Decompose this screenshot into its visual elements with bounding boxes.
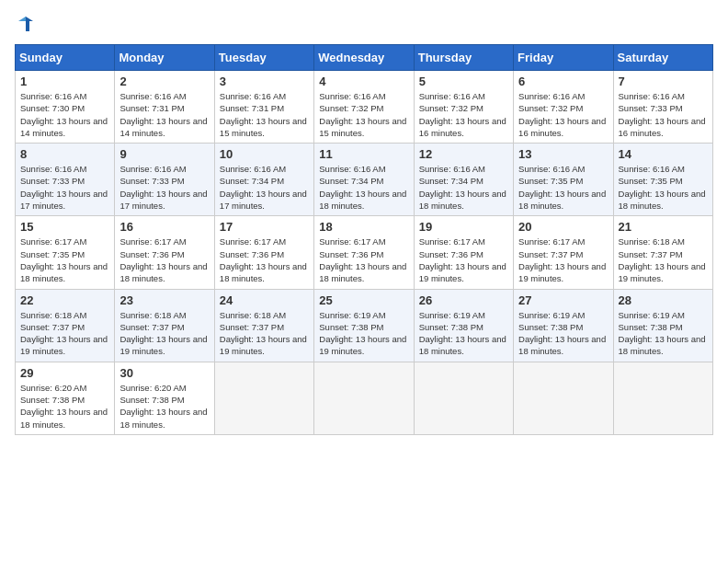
day-detail: Sunrise: 6:17 AM Sunset: 7:36 PM Dayligh…	[319, 236, 408, 284]
col-saturday: Saturday	[613, 45, 712, 71]
table-row: 7 Sunrise: 6:16 AM Sunset: 7:33 PM Dayli…	[613, 71, 712, 144]
day-number: 1	[20, 75, 109, 88]
day-detail: Sunrise: 6:19 AM Sunset: 7:38 PM Dayligh…	[319, 309, 408, 358]
day-number: 16	[119, 220, 209, 234]
day-detail: Sunrise: 6:20 AM Sunset: 7:38 PM Dayligh…	[119, 382, 209, 431]
day-number: 10	[220, 147, 309, 161]
table-row: 23 Sunrise: 6:18 AM Sunset: 7:37 PM Dayl…	[115, 289, 214, 362]
day-detail: Sunrise: 6:18 AM Sunset: 7:37 PM Dayligh…	[20, 309, 109, 358]
table-row: 5 Sunrise: 6:16 AM Sunset: 7:32 PM Dayli…	[414, 71, 513, 144]
day-detail: Sunrise: 6:17 AM Sunset: 7:37 PM Dayligh…	[518, 236, 608, 284]
calendar-week-row: 29 Sunrise: 6:20 AM Sunset: 7:38 PM Dayl…	[16, 362, 713, 434]
day-detail: Sunrise: 6:16 AM Sunset: 7:30 PM Dayligh…	[20, 90, 109, 139]
day-detail: Sunrise: 6:16 AM Sunset: 7:33 PM Dayligh…	[619, 90, 708, 139]
day-detail: Sunrise: 6:16 AM Sunset: 7:33 PM Dayligh…	[119, 163, 209, 212]
table-row: 30 Sunrise: 6:20 AM Sunset: 7:38 PM Dayl…	[115, 362, 214, 434]
table-row: 12 Sunrise: 6:16 AM Sunset: 7:34 PM Dayl…	[414, 144, 513, 216]
table-row: 10 Sunrise: 6:16 AM Sunset: 7:34 PM Dayl…	[214, 144, 313, 216]
logo-flag-icon	[17, 15, 35, 33]
table-row: 1 Sunrise: 6:16 AM Sunset: 7:30 PM Dayli…	[16, 71, 115, 144]
day-number: 4	[319, 75, 408, 88]
table-row: 21 Sunrise: 6:18 AM Sunset: 7:37 PM Dayl…	[613, 216, 712, 289]
day-detail: Sunrise: 6:19 AM Sunset: 7:38 PM Dayligh…	[619, 309, 708, 358]
logo	[15, 15, 35, 33]
day-number: 13	[518, 147, 608, 161]
day-number: 30	[119, 366, 209, 380]
day-number: 26	[419, 293, 508, 307]
page-header	[15, 15, 713, 33]
day-number: 29	[20, 366, 109, 380]
day-number: 27	[518, 293, 608, 307]
day-detail: Sunrise: 6:16 AM Sunset: 7:32 PM Dayligh…	[419, 90, 508, 139]
col-thursday: Thursday	[414, 45, 513, 71]
col-tuesday: Tuesday	[214, 45, 313, 71]
calendar-week-row: 15 Sunrise: 6:17 AM Sunset: 7:35 PM Dayl…	[16, 216, 713, 289]
day-number: 25	[319, 293, 408, 307]
day-detail: Sunrise: 6:16 AM Sunset: 7:32 PM Dayligh…	[518, 90, 608, 139]
day-detail: Sunrise: 6:16 AM Sunset: 7:34 PM Dayligh…	[319, 163, 408, 212]
day-number: 2	[119, 75, 209, 88]
table-row: 26 Sunrise: 6:19 AM Sunset: 7:38 PM Dayl…	[414, 289, 513, 362]
day-number: 23	[119, 293, 209, 307]
day-number: 21	[619, 220, 708, 234]
day-detail: Sunrise: 6:18 AM Sunset: 7:37 PM Dayligh…	[220, 309, 309, 358]
day-number: 20	[518, 220, 608, 234]
table-row	[314, 362, 414, 434]
day-detail: Sunrise: 6:18 AM Sunset: 7:37 PM Dayligh…	[619, 236, 708, 284]
day-number: 11	[319, 147, 408, 161]
table-row: 29 Sunrise: 6:20 AM Sunset: 7:38 PM Dayl…	[16, 362, 115, 434]
table-row	[514, 362, 613, 434]
table-row: 27 Sunrise: 6:19 AM Sunset: 7:38 PM Dayl…	[514, 289, 613, 362]
table-row	[414, 362, 513, 434]
day-detail: Sunrise: 6:16 AM Sunset: 7:34 PM Dayligh…	[419, 163, 508, 212]
day-number: 18	[319, 220, 408, 234]
day-number: 12	[419, 147, 508, 161]
day-number: 3	[220, 75, 309, 88]
table-row: 19 Sunrise: 6:17 AM Sunset: 7:36 PM Dayl…	[414, 216, 513, 289]
day-number: 15	[20, 220, 109, 234]
day-detail: Sunrise: 6:19 AM Sunset: 7:38 PM Dayligh…	[419, 309, 508, 358]
day-number: 14	[619, 147, 708, 161]
table-row: 28 Sunrise: 6:19 AM Sunset: 7:38 PM Dayl…	[613, 289, 712, 362]
col-friday: Friday	[514, 45, 613, 71]
col-sunday: Sunday	[16, 45, 115, 71]
table-row: 9 Sunrise: 6:16 AM Sunset: 7:33 PM Dayli…	[115, 144, 214, 216]
table-row: 13 Sunrise: 6:16 AM Sunset: 7:35 PM Dayl…	[514, 144, 613, 216]
day-detail: Sunrise: 6:19 AM Sunset: 7:38 PM Dayligh…	[518, 309, 608, 358]
day-detail: Sunrise: 6:16 AM Sunset: 7:31 PM Dayligh…	[220, 90, 309, 139]
table-row	[613, 362, 712, 434]
day-number: 5	[419, 75, 508, 88]
table-row: 4 Sunrise: 6:16 AM Sunset: 7:32 PM Dayli…	[314, 71, 414, 144]
day-number: 8	[20, 147, 109, 161]
table-row	[214, 362, 313, 434]
table-row: 22 Sunrise: 6:18 AM Sunset: 7:37 PM Dayl…	[16, 289, 115, 362]
table-row: 24 Sunrise: 6:18 AM Sunset: 7:37 PM Dayl…	[214, 289, 313, 362]
day-detail: Sunrise: 6:16 AM Sunset: 7:35 PM Dayligh…	[518, 163, 608, 212]
day-number: 22	[20, 293, 109, 307]
day-detail: Sunrise: 6:17 AM Sunset: 7:36 PM Dayligh…	[220, 236, 309, 284]
table-row: 20 Sunrise: 6:17 AM Sunset: 7:37 PM Dayl…	[514, 216, 613, 289]
table-row: 16 Sunrise: 6:17 AM Sunset: 7:36 PM Dayl…	[115, 216, 214, 289]
table-row: 25 Sunrise: 6:19 AM Sunset: 7:38 PM Dayl…	[314, 289, 414, 362]
day-number: 24	[220, 293, 309, 307]
day-detail: Sunrise: 6:17 AM Sunset: 7:36 PM Dayligh…	[419, 236, 508, 284]
calendar-table: Sunday Monday Tuesday Wednesday Thursday…	[15, 44, 713, 435]
day-detail: Sunrise: 6:16 AM Sunset: 7:33 PM Dayligh…	[20, 163, 109, 212]
table-row: 11 Sunrise: 6:16 AM Sunset: 7:34 PM Dayl…	[314, 144, 414, 216]
day-number: 17	[220, 220, 309, 234]
table-row: 6 Sunrise: 6:16 AM Sunset: 7:32 PM Dayli…	[514, 71, 613, 144]
day-detail: Sunrise: 6:16 AM Sunset: 7:31 PM Dayligh…	[119, 90, 209, 139]
table-row: 18 Sunrise: 6:17 AM Sunset: 7:36 PM Dayl…	[314, 216, 414, 289]
day-number: 9	[119, 147, 209, 161]
day-detail: Sunrise: 6:17 AM Sunset: 7:35 PM Dayligh…	[20, 236, 109, 284]
day-detail: Sunrise: 6:20 AM Sunset: 7:38 PM Dayligh…	[20, 382, 109, 431]
col-wednesday: Wednesday	[314, 45, 414, 71]
day-detail: Sunrise: 6:16 AM Sunset: 7:32 PM Dayligh…	[319, 90, 408, 139]
table-row: 17 Sunrise: 6:17 AM Sunset: 7:36 PM Dayl…	[214, 216, 313, 289]
day-number: 28	[619, 293, 708, 307]
day-detail: Sunrise: 6:18 AM Sunset: 7:37 PM Dayligh…	[119, 309, 209, 358]
calendar-header-row: Sunday Monday Tuesday Wednesday Thursday…	[16, 45, 713, 71]
day-detail: Sunrise: 6:17 AM Sunset: 7:36 PM Dayligh…	[119, 236, 209, 284]
calendar-week-row: 8 Sunrise: 6:16 AM Sunset: 7:33 PM Dayli…	[16, 144, 713, 216]
table-row: 8 Sunrise: 6:16 AM Sunset: 7:33 PM Dayli…	[16, 144, 115, 216]
